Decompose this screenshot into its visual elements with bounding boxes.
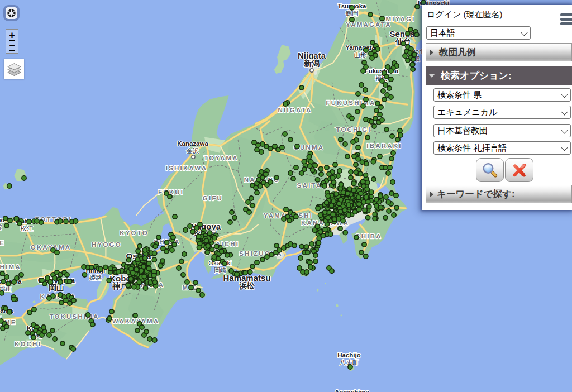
- church-marker[interactable]: [185, 280, 189, 284]
- church-marker[interactable]: [341, 190, 345, 195]
- church-marker[interactable]: [131, 271, 135, 275]
- church-marker[interactable]: [374, 197, 379, 202]
- church-marker[interactable]: [235, 272, 239, 276]
- church-marker[interactable]: [8, 218, 12, 223]
- church-marker[interactable]: [306, 250, 310, 255]
- church-marker[interactable]: [168, 194, 172, 199]
- church-marker[interactable]: [386, 171, 390, 175]
- church-marker[interactable]: [232, 216, 237, 220]
- church-marker[interactable]: [343, 230, 347, 235]
- church-marker[interactable]: [381, 89, 385, 93]
- church-marker[interactable]: [256, 143, 260, 147]
- church-marker[interactable]: [133, 313, 137, 318]
- church-marker[interactable]: [32, 307, 36, 312]
- church-marker[interactable]: [172, 242, 177, 247]
- church-marker[interactable]: [369, 51, 373, 56]
- church-marker[interactable]: [135, 328, 140, 333]
- church-marker[interactable]: [26, 331, 30, 335]
- church-marker[interactable]: [179, 259, 184, 264]
- church-marker[interactable]: [283, 132, 287, 136]
- church-marker[interactable]: [315, 224, 320, 228]
- church-marker[interactable]: [356, 157, 360, 161]
- church-marker[interactable]: [31, 335, 36, 340]
- clear-button[interactable]: [505, 158, 533, 182]
- church-marker[interactable]: [107, 278, 111, 283]
- church-marker[interactable]: [4, 275, 9, 279]
- church-marker[interactable]: [351, 140, 355, 144]
- search-options-header[interactable]: 検索オプション:: [426, 66, 572, 85]
- church-marker[interactable]: [284, 207, 288, 212]
- church-marker[interactable]: [269, 252, 274, 257]
- church-marker[interactable]: [330, 203, 334, 208]
- layers-button[interactable]: [4, 59, 24, 79]
- church-marker[interactable]: [334, 192, 339, 196]
- church-marker[interactable]: [318, 166, 323, 171]
- church-marker[interactable]: [177, 266, 181, 270]
- church-marker[interactable]: [350, 6, 354, 10]
- church-marker[interactable]: [316, 206, 320, 211]
- church-marker[interactable]: [361, 200, 366, 204]
- church-marker[interactable]: [387, 209, 391, 213]
- church-marker[interactable]: [391, 151, 395, 155]
- church-marker[interactable]: [348, 365, 352, 369]
- church-marker[interactable]: [367, 204, 371, 209]
- church-marker[interactable]: [298, 256, 303, 260]
- church-marker[interactable]: [14, 217, 18, 221]
- church-marker[interactable]: [225, 253, 230, 257]
- church-marker[interactable]: [170, 248, 174, 252]
- church-marker[interactable]: [369, 190, 374, 194]
- church-marker[interactable]: [371, 177, 376, 181]
- church-marker[interactable]: [359, 250, 364, 255]
- church-marker[interactable]: [351, 181, 356, 186]
- church-marker[interactable]: [283, 102, 288, 106]
- church-marker[interactable]: [388, 165, 392, 170]
- church-marker[interactable]: [315, 178, 320, 182]
- church-marker[interactable]: [50, 328, 55, 333]
- church-marker[interactable]: [282, 217, 286, 221]
- login-link[interactable]: ログイン (現在匿名): [427, 9, 503, 20]
- church-marker[interactable]: [294, 214, 298, 219]
- church-marker[interactable]: [47, 333, 51, 337]
- church-marker[interactable]: [389, 95, 393, 99]
- church-marker[interactable]: [264, 172, 268, 176]
- church-marker[interactable]: [230, 210, 234, 214]
- church-marker[interactable]: [189, 285, 193, 290]
- church-marker[interactable]: [42, 329, 47, 334]
- church-marker[interactable]: [378, 112, 382, 117]
- church-marker[interactable]: [250, 203, 255, 208]
- church-marker[interactable]: [389, 156, 394, 161]
- church-marker[interactable]: [27, 219, 31, 224]
- church-marker[interactable]: [7, 184, 12, 188]
- church-marker[interactable]: [53, 276, 57, 280]
- church-marker[interactable]: [326, 216, 330, 220]
- church-marker[interactable]: [205, 250, 209, 255]
- church-marker[interactable]: [364, 97, 368, 102]
- church-marker[interactable]: [255, 190, 259, 195]
- church-marker[interactable]: [247, 210, 251, 214]
- church-marker[interactable]: [383, 165, 388, 170]
- church-marker[interactable]: [291, 176, 295, 181]
- church-marker[interactable]: [338, 209, 342, 214]
- church-marker[interactable]: [39, 220, 44, 224]
- church-marker[interactable]: [72, 298, 76, 303]
- church-marker[interactable]: [309, 242, 314, 246]
- church-marker[interactable]: [302, 159, 306, 164]
- church-marker[interactable]: [327, 171, 331, 176]
- church-marker[interactable]: [277, 248, 282, 252]
- church-marker[interactable]: [65, 273, 69, 277]
- church-marker[interactable]: [389, 191, 394, 195]
- prefecture-select[interactable]: 検索条件 県: [433, 88, 571, 102]
- church-marker[interactable]: [363, 208, 367, 212]
- church-marker[interactable]: [339, 197, 343, 202]
- church-marker[interactable]: [326, 194, 330, 198]
- church-marker[interactable]: [248, 270, 252, 274]
- church-marker[interactable]: [3, 216, 8, 221]
- church-marker[interactable]: [274, 175, 279, 180]
- church-marker[interactable]: [268, 180, 273, 184]
- church-marker[interactable]: [193, 280, 198, 285]
- church-marker[interactable]: [188, 224, 192, 228]
- church-marker[interactable]: [292, 243, 297, 248]
- church-marker[interactable]: [0, 291, 4, 295]
- church-marker[interactable]: [259, 150, 264, 154]
- church-marker[interactable]: [354, 170, 358, 174]
